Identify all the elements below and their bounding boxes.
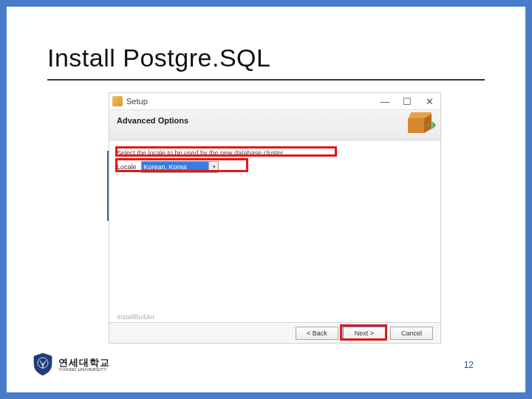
shield-icon	[33, 352, 53, 376]
locale-value: Korean, Korea	[144, 163, 187, 171]
locale-label: Locale	[117, 163, 137, 171]
close-button[interactable]: ✕	[418, 93, 440, 109]
package-icon: ➔	[408, 112, 434, 139]
page-number: 12	[464, 360, 474, 370]
cancel-button[interactable]: Cancel	[390, 327, 433, 340]
locale-row: Locale Korean, Korea ▾	[117, 161, 433, 173]
app-icon	[112, 96, 123, 106]
header-band: Advanced Options ➔	[109, 109, 440, 140]
minimize-button[interactable]: —	[374, 93, 396, 109]
university-logo: 연세대학교 YONSEI UNIVERSITY	[33, 352, 110, 376]
back-button[interactable]: < Back	[296, 327, 338, 340]
locale-select[interactable]: Korean, Korea ▾	[141, 161, 219, 173]
header-title: Advanced Options	[117, 116, 433, 125]
university-name-en: YONSEI UNIVERSITY	[58, 367, 110, 372]
next-button[interactable]: Next >	[343, 327, 386, 340]
title-underline	[47, 79, 485, 81]
university-name-kr: 연세대학교	[58, 358, 110, 367]
maximize-button[interactable]: ☐	[396, 93, 418, 109]
instruction-text: Select the locale to be used by the new …	[117, 149, 433, 157]
installer-window: Setup — ☐ ✕ Advanced Options ➔ Select th…	[109, 92, 441, 344]
button-row: < Back Next > Cancel	[109, 322, 440, 343]
content-area: Select the locale to be used by the new …	[109, 140, 440, 325]
window-title: Setup	[126, 97, 148, 106]
install-builder-label: InstallBuilder	[117, 313, 155, 321]
title-bar: Setup — ☐ ✕	[109, 93, 440, 109]
slide-title: Install Postgre.SQL	[47, 44, 270, 72]
window-controls: — ☐ ✕	[374, 93, 440, 109]
chevron-down-icon: ▾	[213, 164, 216, 170]
